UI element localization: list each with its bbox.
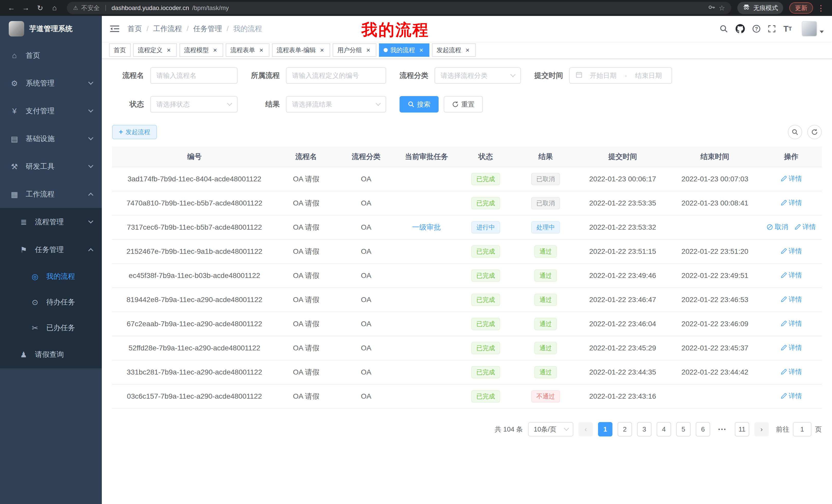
detail-link[interactable]: 详情: [780, 295, 802, 304]
detail-link[interactable]: 详情: [780, 198, 802, 207]
sidebar-item-payment-manage[interactable]: ¥支付管理: [0, 97, 102, 125]
goto-page-input[interactable]: [793, 422, 811, 437]
process-name-input[interactable]: [150, 67, 238, 84]
sidebar-item-label: 系统管理: [26, 78, 89, 88]
browser-menu-icon[interactable]: ⋮: [815, 4, 827, 12]
cancel-link[interactable]: 取消: [766, 222, 788, 231]
category-select[interactable]: 请选择流程分类: [435, 67, 521, 84]
breadcrumb-separator: /: [147, 25, 149, 33]
search-button[interactable]: 搜索: [399, 96, 439, 113]
cell-actions: 详情: [761, 336, 822, 360]
sidebar-item-my-process[interactable]: ◎我的流程: [0, 263, 102, 289]
detail-link[interactable]: 详情: [780, 319, 802, 328]
cell-end-time: 2022-01-23 00:07:03: [669, 167, 761, 191]
close-icon[interactable]: ×: [464, 47, 471, 54]
breadcrumb-item[interactable]: 首页: [128, 24, 142, 34]
update-button[interactable]: 更新: [789, 2, 813, 13]
page-button-2[interactable]: 2: [618, 422, 632, 437]
sidebar-item-task-manage[interactable]: ⚑任务管理: [0, 236, 102, 263]
search-toggle-button[interactable]: [788, 125, 802, 139]
tab-流程定义[interactable]: 流程定义×: [133, 44, 177, 57]
tab-我的流程[interactable]: 我的流程×: [379, 44, 430, 57]
page-button-1[interactable]: 1: [598, 422, 613, 437]
tab-label: 流程表单: [230, 46, 255, 54]
table-row: 7470a810-7b9b-11ec-b5b7-acde48001122OA 请…: [112, 191, 822, 215]
close-icon[interactable]: ×: [258, 47, 265, 54]
detail-link[interactable]: 详情: [780, 174, 802, 183]
sidebar-item-label: 请假查询: [35, 349, 93, 359]
close-icon[interactable]: ×: [165, 47, 172, 54]
hamburger-icon[interactable]: [110, 25, 119, 33]
browser-home-icon[interactable]: ⌂: [48, 2, 61, 14]
search-icon[interactable]: [720, 25, 728, 33]
create-process-button[interactable]: +发起流程: [112, 125, 157, 139]
tab-首页[interactable]: 首页: [109, 44, 131, 57]
sidebar-item-done-task[interactable]: ✂已办任务: [0, 315, 102, 341]
result-select[interactable]: 请选择流结果: [286, 96, 386, 113]
process-definition-input[interactable]: [286, 67, 386, 84]
chevron-down-icon: [88, 218, 93, 223]
sidebar-item-dev-tools[interactable]: ⚒研发工具: [0, 152, 102, 180]
page-button-5[interactable]: 5: [676, 422, 691, 437]
table-row: ec45f38f-7b9a-11ec-b03b-acde48001122OA 请…: [112, 263, 822, 288]
tab-流程表单[interactable]: 流程表单×: [226, 44, 269, 57]
app-logo-bar[interactable]: 芋道管理系统: [0, 16, 102, 41]
detail-link[interactable]: 详情: [780, 247, 802, 256]
detail-link[interactable]: 详情: [780, 271, 802, 280]
next-page-button[interactable]: ›: [754, 422, 769, 437]
sidebar-item-leave-query[interactable]: ♟请假查询: [0, 341, 102, 368]
status-tag: 已完成: [471, 173, 500, 185]
task-link[interactable]: 一级审批: [412, 222, 441, 232]
page-button-6[interactable]: 6: [696, 422, 710, 437]
close-icon[interactable]: ×: [211, 47, 218, 54]
page-button-11[interactable]: 11: [735, 422, 749, 437]
key-icon[interactable]: [708, 3, 716, 12]
sidebar-item-process-manage[interactable]: ≣流程管理: [0, 208, 102, 236]
page-button-4[interactable]: 4: [657, 422, 671, 437]
bookmark-star-icon[interactable]: ☆: [719, 4, 725, 12]
browser-back-icon[interactable]: ←: [5, 2, 18, 14]
breadcrumb: 首页/工作流程/任务管理/我的流程: [128, 24, 262, 34]
tab-流程表单-编辑[interactable]: 流程表单-编辑×: [272, 44, 330, 57]
chevron-down-icon: [227, 101, 232, 106]
tab-发起流程[interactable]: 发起流程×: [432, 44, 476, 57]
sidebar-item-infrastructure[interactable]: ▤基础设施: [0, 125, 102, 152]
page-button-3[interactable]: 3: [637, 422, 651, 437]
sidebar-item-system-manage[interactable]: ⚙系统管理: [0, 69, 102, 97]
sidebar-item-home[interactable]: ⌂首页: [0, 41, 102, 69]
status-select[interactable]: 请选择状态: [150, 96, 238, 113]
date-range-picker[interactable]: 开始日期 - 结束日期: [569, 67, 672, 84]
reset-button[interactable]: 重置: [444, 96, 483, 113]
close-icon[interactable]: ×: [418, 47, 425, 54]
breadcrumb-item[interactable]: 工作流程: [153, 24, 182, 34]
browser-reload-icon[interactable]: ↻: [34, 2, 46, 14]
refresh-button[interactable]: [807, 125, 822, 139]
browser-forward-icon[interactable]: →: [20, 2, 32, 14]
sidebar-item-todo-task[interactable]: ⊙待办任务: [0, 289, 102, 315]
detail-link[interactable]: 详情: [780, 343, 802, 352]
github-icon[interactable]: [735, 24, 745, 33]
security-label[interactable]: 不安全: [81, 4, 100, 12]
tab-用户分组[interactable]: 用户分组×: [333, 44, 376, 57]
chevron-down-icon: [88, 163, 93, 168]
user-avatar[interactable]: [802, 21, 824, 36]
detail-link[interactable]: 详情: [794, 222, 816, 231]
detail-link[interactable]: 详情: [780, 367, 802, 376]
fullscreen-icon[interactable]: [768, 25, 776, 33]
chevron-down-icon: [88, 135, 93, 140]
goto-unit: 页: [815, 425, 822, 434]
prev-page-button[interactable]: ‹: [578, 422, 593, 437]
detail-link[interactable]: 详情: [780, 391, 802, 400]
pager: ‹123456•••11›: [578, 422, 769, 437]
cell-end-time: 2022-01-22 23:46:09: [669, 312, 761, 336]
close-icon[interactable]: ×: [318, 47, 326, 54]
close-icon[interactable]: ×: [365, 47, 372, 54]
font-size-icon[interactable]: TT: [783, 25, 792, 33]
help-icon[interactable]: ?: [753, 25, 760, 33]
more-pages-icon[interactable]: •••: [715, 422, 730, 437]
page-size-select[interactable]: 10条/页: [528, 422, 573, 437]
tab-流程模型[interactable]: 流程模型×: [179, 44, 223, 57]
breadcrumb-item[interactable]: 任务管理: [193, 24, 222, 34]
address-bar[interactable]: ⚠ 不安全 dashboard.yudao.iocoder.cn/bpm/tas…: [67, 2, 731, 14]
sidebar-item-workflow[interactable]: ▦工作流程: [0, 180, 102, 208]
